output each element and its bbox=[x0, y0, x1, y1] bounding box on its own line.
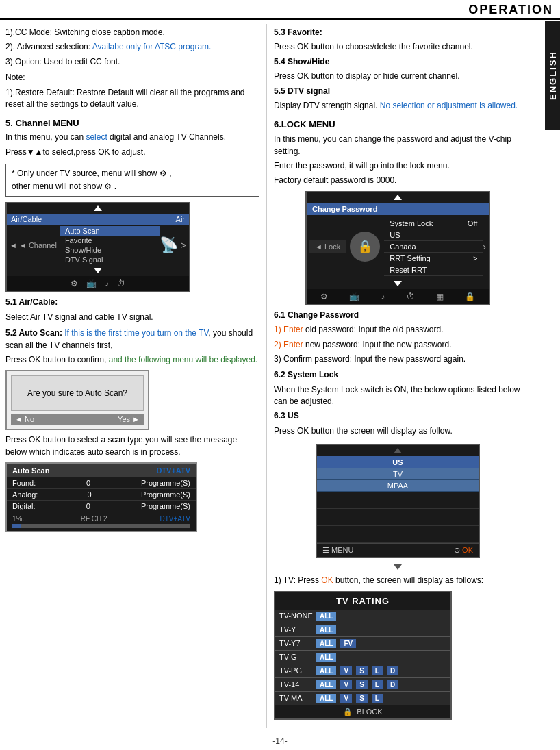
tvr-badge-s-pg: S bbox=[356, 666, 368, 675]
english-sidebar-label: ENGLISH bbox=[545, 21, 560, 130]
section-61: 6.1 Change Password 1) Enter old passwor… bbox=[274, 310, 522, 366]
no-button[interactable]: ◄ No bbox=[15, 415, 34, 423]
channel-menu-desc: In this menu, you can select digital and… bbox=[5, 132, 259, 143]
lock-row-reset: Reset RRT bbox=[384, 264, 483, 276]
yes-button[interactable]: Yes ► bbox=[118, 415, 140, 423]
music-icon: ♪ bbox=[105, 279, 109, 288]
tvr-label-14: TV-14 bbox=[279, 680, 314, 688]
section-55-title: 5.5 DTV signal bbox=[274, 86, 522, 97]
canada-label: Canada bbox=[390, 242, 416, 251]
lock-icon-row: ⚙ 📺 ♪ ⏱ ▦ 🔒 bbox=[307, 289, 489, 304]
menu-item-dtvsignal: DTV Signal bbox=[60, 255, 160, 264]
tvr-badge-all-y: ALL bbox=[316, 625, 336, 634]
tv-icon: 📺 bbox=[86, 279, 97, 288]
ok-link: OK bbox=[321, 575, 333, 585]
channel-nav-right: > bbox=[181, 240, 186, 251]
lock-mockup-bottom-arrow bbox=[307, 279, 489, 289]
progress-type: DTV+ATV bbox=[160, 515, 190, 523]
us-empty-1 bbox=[317, 492, 479, 509]
lock-row-us: US bbox=[384, 229, 483, 241]
us-ok-label: ⊙ OK bbox=[454, 546, 473, 555]
tvr-badge-all-y7: ALL bbox=[316, 639, 336, 648]
section-63-text2: Press OK button the screen will display … bbox=[274, 425, 522, 437]
lock-gear-icon: ⚙ bbox=[320, 292, 328, 301]
lock-title-bar: Change Password bbox=[307, 203, 489, 215]
tvr-row-14: TV-14 ALL V S L D bbox=[275, 678, 450, 692]
channel-mockup: Air/Cable Air ◄ ◄ Channel Auto Scan Favo… bbox=[5, 202, 190, 292]
tvr-block-label: BLOCK bbox=[357, 708, 382, 716]
section-61-step2: 2) Enter new password: Input the new pas… bbox=[274, 339, 522, 351]
digital-label: Digital: bbox=[12, 502, 36, 510]
scan-box: Are you sure to Auto Scan? ◄ No Yes ► bbox=[5, 370, 149, 430]
lock-nav-area: ◄ Lock 🔒 System Lock Off US Canada bbox=[307, 215, 489, 279]
menu-item-favorite: Favorite bbox=[60, 236, 160, 245]
section-6-text2: Enter the password, it will go into the … bbox=[274, 160, 522, 172]
advanced-text: 2). Advanced selection: Availabe only fo… bbox=[5, 41, 259, 53]
us-rating-box: US TV MPAA ☰ MENU ⊙ OK bbox=[316, 444, 480, 558]
section-52-text2: Press OK button to confirm, and the foll… bbox=[5, 354, 259, 366]
scan-question: Are you sure to Auto Scan? bbox=[11, 375, 144, 411]
section-51-text: Select Air TV signal and cable TV signal… bbox=[5, 312, 259, 323]
found-label: Found: bbox=[12, 479, 36, 487]
progress-info: 1%... RF CH 2 DTV+ATV bbox=[12, 515, 190, 523]
channel-nav-row: ◄ ◄ Channel Auto Scan Favorite Show/Hide… bbox=[7, 225, 189, 266]
progress-ch: RF CH 2 bbox=[81, 515, 107, 523]
progress-bar-inner bbox=[12, 524, 21, 528]
us-rating-container: US TV MPAA ☰ MENU ⊙ OK bbox=[274, 440, 522, 572]
menu-item-autoscan: Auto Scan bbox=[60, 226, 160, 236]
analog-unit: Programme(S) bbox=[141, 490, 190, 499]
tvr-label-y7: TV-Y7 bbox=[279, 639, 314, 647]
us-rating-bottom-arrow bbox=[274, 562, 522, 572]
us-tv-row: TV bbox=[317, 468, 479, 480]
channel-icon-row: ⚙ 📺 ♪ ⏱ bbox=[7, 276, 189, 291]
lock-icon-circle: 🔒 bbox=[350, 232, 380, 262]
section-6: 6.LOCK MENU In this menu, you can change… bbox=[274, 118, 522, 186]
section-51-title: 5.1 Air/Cable: bbox=[5, 297, 259, 308]
tvr-badge-l-ma: L bbox=[372, 694, 383, 703]
tvr-label-ma: TV-MA bbox=[279, 694, 314, 702]
section-62: 6.2 System Lock When the System Lock swi… bbox=[274, 369, 522, 437]
tvr-row-pg: TV-PG ALL V S L D bbox=[275, 664, 450, 678]
note-section: Note: 1).Restore Default: Restore Defaul… bbox=[5, 72, 259, 110]
us-mpaa-row: MPAA bbox=[317, 480, 479, 492]
found-value: 0 bbox=[86, 479, 90, 487]
progress-header-left: Auto Scan bbox=[12, 466, 49, 475]
clock-icon: ⏱ bbox=[117, 279, 125, 288]
section-53-title: 5.3 Favorite: bbox=[274, 27, 522, 38]
tvr-label-y: TV-Y bbox=[279, 625, 314, 634]
tvr-badge-all-pg: ALL bbox=[316, 666, 336, 675]
star-note-line1: * Only under TV source, menu will show ⚙… bbox=[12, 167, 253, 180]
lock-row-canada: Canada bbox=[384, 241, 483, 253]
select-link: select bbox=[86, 132, 107, 142]
section-6-text1: In this menu, you can change the passwor… bbox=[274, 134, 522, 158]
tvr-lock-icon: 🔒 bbox=[343, 708, 353, 716]
tv-rating-title: TV RATING bbox=[275, 592, 450, 610]
star-note-line2: other menu will not show ⚙ . bbox=[12, 180, 253, 193]
section-63-title: 6.3 US bbox=[274, 410, 522, 422]
lock-clock-icon: ⏱ bbox=[407, 292, 415, 301]
lock-nav-right: › bbox=[483, 241, 486, 252]
us-rating-top-arrow bbox=[317, 445, 479, 456]
following-menu-link: and the following menu will be displayed… bbox=[109, 355, 257, 364]
tvr-badge-v-14: V bbox=[340, 680, 352, 689]
menu-bar-left: Air/Cable bbox=[11, 215, 42, 223]
tvr-badge-l-pg: L bbox=[372, 666, 383, 675]
satellite-dish-icon: 📡 bbox=[160, 236, 178, 254]
lock-nav-left: ◄ Lock bbox=[309, 240, 346, 253]
content-wrapper: 1).CC Mode: Switching close caption mode… bbox=[0, 20, 560, 732]
progress-bar-outer bbox=[12, 524, 190, 528]
section-62-text1: When the System Lock switch is ON, the b… bbox=[274, 384, 522, 408]
tvr-row-y: TV-Y ALL bbox=[275, 623, 450, 637]
section-6-text3: Factory default password is 0000. bbox=[274, 175, 522, 186]
lock-row-rrt: RRT Setting > bbox=[384, 253, 483, 264]
tvr-badge-d-14: D bbox=[387, 680, 398, 689]
no-selection-link: No selection or adjustment is allowed. bbox=[380, 101, 518, 110]
section-62-title: 6.2 System Lock bbox=[274, 369, 522, 381]
analog-label: Analog: bbox=[12, 490, 38, 499]
section-61-title: 6.1 Change Password bbox=[274, 310, 522, 321]
reset-rrt-label: Reset RRT bbox=[390, 266, 427, 274]
section-55-text: Display DTV strength signal. No selectio… bbox=[274, 100, 522, 112]
channel-mockup-top-arrow bbox=[7, 203, 189, 214]
tvr-badge-s-14: S bbox=[356, 680, 368, 689]
restore-text: 1).Restore Default: Restore Default will… bbox=[5, 87, 259, 111]
